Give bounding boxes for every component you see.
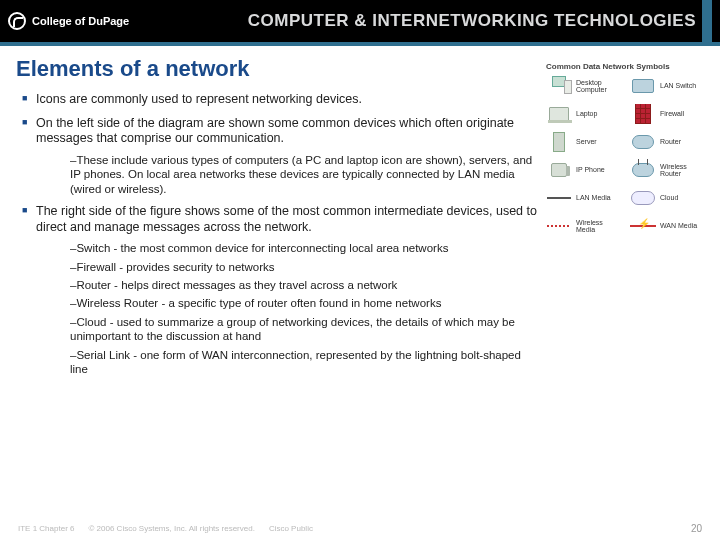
sub-item: Cloud - used to summarize a group of net… — [70, 315, 540, 344]
bullet-item: Icons are commonly used to represent net… — [22, 92, 540, 108]
header-bar: College of DuPage COMPUTER & INTERNETWOR… — [0, 0, 720, 42]
college-logo-icon — [8, 12, 26, 30]
symbol-wan-media: WAN Media — [630, 215, 706, 237]
sub-item: Wireless Router - a specific type of rou… — [70, 296, 540, 310]
symbol-label: Server — [576, 138, 597, 145]
bullet-item: On the left side of the diagram are show… — [22, 116, 540, 196]
content-area: Elements of a network Icons are commonly… — [0, 46, 720, 384]
symbol-wireless-media: Wireless Media — [546, 215, 622, 237]
sub-item: Serial Link - one form of WAN interconne… — [70, 348, 540, 377]
wireless-media-icon — [546, 215, 572, 237]
symbol-label: IP Phone — [576, 166, 605, 173]
router-icon — [630, 131, 656, 153]
sub-item: Firewall - provides security to networks — [70, 260, 540, 274]
symbol-label: Wireless Media — [576, 219, 622, 234]
text-column: Elements of a network Icons are commonly… — [22, 56, 540, 384]
symbols-heading: Common Data Network Symbols — [546, 62, 706, 71]
bullet-item: The right side of the figure shows some … — [22, 204, 540, 376]
sub-item: These include various types of computers… — [70, 153, 540, 196]
symbol-laptop: Laptop — [546, 103, 622, 125]
college-name: College of DuPage — [32, 15, 129, 27]
bullet-text: The right side of the figure shows some … — [36, 204, 537, 234]
symbol-lan-switch: LAN Switch — [630, 75, 706, 97]
symbol-wireless-router: Wireless Router — [630, 159, 706, 181]
symbol-label: LAN Media — [576, 194, 611, 201]
symbol-label: WAN Media — [660, 222, 697, 229]
bullet-text: Icons are commonly used to represent net… — [36, 92, 362, 106]
symbol-lan-media: LAN Media — [546, 187, 622, 209]
symbol-firewall: Firewall — [630, 103, 706, 125]
symbols-column: Common Data Network Symbols Desktop Comp… — [546, 56, 706, 384]
symbol-label: Cloud — [660, 194, 678, 201]
footer-public: Cisco Public — [269, 524, 313, 533]
header-title-wrap: COMPUTER & INTERNETWORKING TECHNOLOGIES — [248, 0, 712, 42]
slide-title: Elements of a network — [16, 56, 540, 82]
header-accent — [702, 0, 712, 42]
footer: ITE 1 Chapter 6 © 2006 Cisco Systems, In… — [0, 523, 720, 534]
symbol-router: Router — [630, 131, 706, 153]
symbol-label: Wireless Router — [660, 163, 706, 178]
college-logo: College of DuPage — [8, 12, 129, 30]
bullet-list: Icons are commonly used to represent net… — [22, 92, 540, 376]
symbol-label: Router — [660, 138, 681, 145]
symbol-label: Laptop — [576, 110, 597, 117]
header-title: COMPUTER & INTERNETWORKING TECHNOLOGIES — [248, 11, 696, 31]
symbols-grid: Desktop Computer LAN Switch Laptop Firew… — [546, 75, 706, 237]
sub-item: Switch - the most common device for inte… — [70, 241, 540, 255]
footer-copyright: © 2006 Cisco Systems, Inc. All rights re… — [88, 524, 254, 533]
cloud-icon — [630, 187, 656, 209]
lan-media-icon — [546, 187, 572, 209]
sub-list: Switch - the most common device for inte… — [70, 241, 540, 376]
sub-list: These include various types of computers… — [70, 153, 540, 196]
ip-phone-icon — [546, 159, 572, 181]
bullet-text: On the left side of the diagram are show… — [36, 116, 514, 146]
wan-media-icon — [630, 215, 656, 237]
symbol-label: Firewall — [660, 110, 684, 117]
symbol-ip-phone: IP Phone — [546, 159, 622, 181]
symbol-server: Server — [546, 131, 622, 153]
symbol-label: Desktop Computer — [576, 79, 622, 94]
sub-item: Router - helps direct messages as they t… — [70, 278, 540, 292]
desktop-computer-icon — [546, 75, 572, 97]
symbol-label: LAN Switch — [660, 82, 696, 89]
footer-page-number: 20 — [691, 523, 702, 534]
lan-switch-icon — [630, 75, 656, 97]
symbol-desktop: Desktop Computer — [546, 75, 622, 97]
server-icon — [546, 131, 572, 153]
firewall-icon — [630, 103, 656, 125]
laptop-icon — [546, 103, 572, 125]
wireless-router-icon — [630, 159, 656, 181]
symbol-cloud: Cloud — [630, 187, 706, 209]
footer-chapter: ITE 1 Chapter 6 — [18, 524, 74, 533]
